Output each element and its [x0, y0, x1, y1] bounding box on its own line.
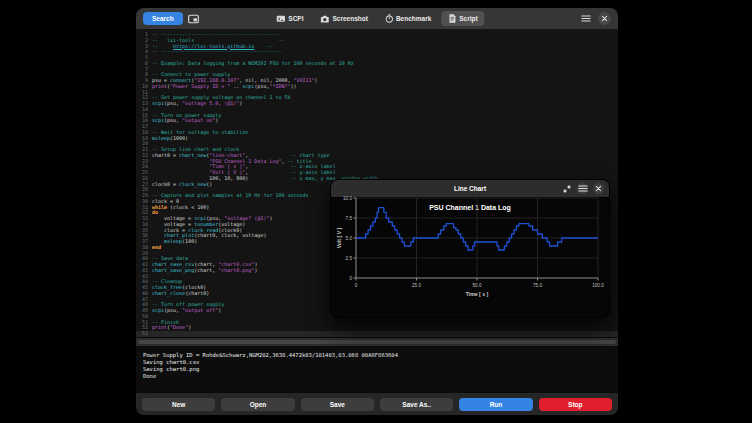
svg-text:75.0: 75.0: [533, 283, 542, 288]
svg-text:0: 0: [355, 283, 358, 288]
stopwatch-icon: [385, 14, 393, 23]
header-right-controls: [581, 12, 611, 25]
run-button[interactable]: Run: [459, 398, 532, 411]
line-chart-window: Line Chart PSU Channel 1 Data Log 02.55.…: [330, 179, 610, 318]
tab-label: Screenshot: [332, 15, 367, 22]
console-output: Power Supply ID = Rohde&Schwarz,NGM202,3…: [136, 347, 618, 392]
view-switcher: SCPIScreenshotBenchmarkScript: [269, 8, 484, 29]
save-as-button[interactable]: Save As..: [380, 398, 453, 411]
new-button[interactable]: New: [142, 398, 215, 411]
panel-toggle-icon[interactable]: [188, 14, 199, 24]
chart-window-title: Line Chart: [454, 185, 486, 192]
camera-icon: [320, 15, 329, 23]
action-bar: NewOpenSaveSave As..RunStop: [136, 392, 618, 415]
chart-menu-icon[interactable]: [577, 183, 588, 194]
terminal-icon: [276, 15, 285, 23]
svg-text:7.5: 7.5: [346, 216, 353, 221]
code-text: [152, 331, 618, 337]
window-close-button[interactable]: [598, 12, 611, 25]
svg-text:2.5: 2.5: [346, 256, 353, 261]
tab-benchmark[interactable]: Benchmark: [378, 11, 438, 26]
svg-text:50.0: 50.0: [473, 283, 482, 288]
code-line: 53: [136, 331, 618, 337]
editor-horizontal-scrollbar[interactable]: [136, 337, 618, 347]
script-icon: [448, 14, 456, 23]
open-button[interactable]: Open: [221, 398, 294, 411]
svg-text:0: 0: [349, 276, 352, 281]
svg-text:25.0: 25.0: [412, 283, 421, 288]
chart-expand-icon[interactable]: [561, 183, 572, 194]
console-line: Power Supply ID = Rohde&Schwarz,NGM202,3…: [143, 352, 611, 359]
tab-label: Script: [459, 15, 477, 22]
svg-text:10.0: 10.0: [343, 196, 352, 201]
headerbar: Search SCPIScreenshotBenchmarkScript: [136, 8, 618, 30]
chart-close-icon[interactable]: [593, 183, 604, 194]
search-button[interactable]: Search: [143, 12, 183, 25]
console-line: Saving chart0.png: [143, 366, 611, 373]
tab-scpi[interactable]: SCPI: [269, 11, 310, 26]
console-line: Done: [143, 373, 611, 380]
svg-text:5.0: 5.0: [346, 236, 353, 241]
svg-text:Volt [ V ]: Volt [ V ]: [336, 227, 342, 248]
tab-label: Benchmark: [396, 15, 431, 22]
line-number: 53: [136, 331, 152, 337]
menu-icon[interactable]: [581, 14, 591, 23]
plot-canvas: 02.55.07.510.0025.050.075.0100.0Time [ s…: [334, 194, 606, 298]
svg-text:Time [ s ]: Time [ s ]: [466, 291, 489, 297]
desktop-background: Search SCPIScreenshotBenchmarkScript 1--…: [0, 0, 752, 423]
stop-button[interactable]: Stop: [539, 398, 612, 411]
console-line: Saving chart0.csv: [143, 359, 611, 366]
tab-screenshot[interactable]: Screenshot: [313, 11, 374, 26]
tab-script[interactable]: Script: [441, 11, 484, 26]
save-button[interactable]: Save: [301, 398, 374, 411]
chart-window-body: PSU Channel 1 Data Log 02.55.07.510.0025…: [331, 204, 609, 211]
scrollbar-handle[interactable]: [138, 340, 616, 344]
tab-label: SCPI: [288, 15, 303, 22]
svg-text:100.0: 100.0: [592, 283, 604, 288]
